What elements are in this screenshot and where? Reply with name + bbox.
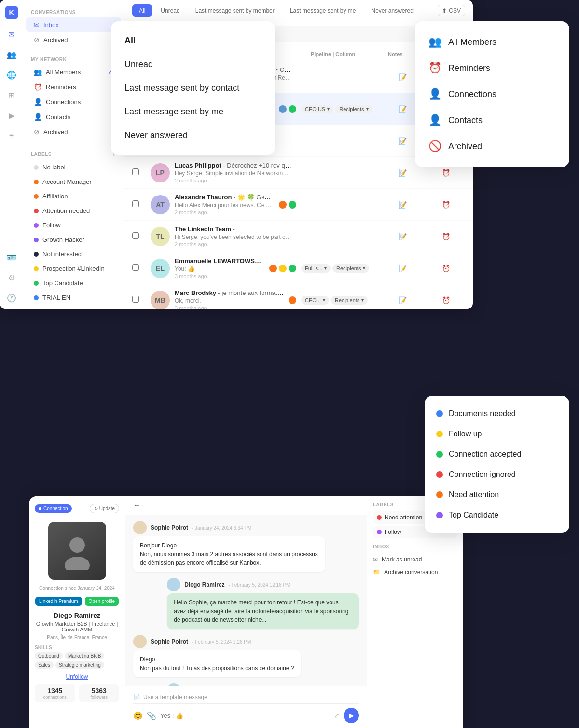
recipients-badge-1[interactable]: Recipients ▾ — [335, 105, 372, 113]
tab-never-answered[interactable]: Never answered — [365, 4, 420, 17]
sidebar-label-item-4[interactable]: Follow — [26, 218, 121, 232]
label-name-1: Account Manager — [42, 178, 92, 185]
tab-all[interactable]: All — [132, 4, 152, 17]
checkbox-3[interactable] — [132, 168, 139, 175]
filter-never[interactable]: Never answered — [111, 124, 275, 147]
nav-archived[interactable]: ⊘ Archived — [26, 32, 121, 47]
sidebar-label-item-7[interactable]: Prospection #LinkedIn — [26, 262, 121, 276]
row-check-3[interactable] — [132, 168, 146, 177]
recipients-badge-7[interactable]: Recipients ▾ — [331, 296, 368, 305]
sidebar-label-item-8[interactable]: Top Candidate — [26, 276, 121, 290]
nav-filter-icon[interactable]: ⚙ — [6, 272, 17, 283]
nav-inbox[interactable]: ✉ Inbox — [26, 17, 121, 32]
update-button[interactable]: ↻ Update — [90, 504, 119, 513]
lt-top-candidate[interactable]: Top Candidate — [425, 505, 569, 525]
sidebar-label-item-10[interactable]: TRIAL FR — [26, 305, 121, 309]
sidebar-label-item-0[interactable]: No label — [26, 160, 121, 174]
open-profile-button[interactable]: Open profile — [85, 597, 119, 606]
row-check-5[interactable] — [132, 232, 146, 241]
nav-all-members[interactable]: 👥 All Members ✓ — [26, 65, 121, 79]
network-contacts[interactable]: 👤 Contacts — [415, 107, 569, 133]
conv-info-7: Marc Brodsky - je monte aux formateurs c… — [175, 289, 284, 309]
checkbox-6[interactable] — [132, 264, 139, 271]
pipeline-badge-6[interactable]: Full-s... ▾ — [301, 264, 331, 273]
conv-notes-5[interactable]: 📝 — [383, 233, 422, 240]
conv-reminder-5[interactable]: ⏰ — [427, 233, 465, 240]
lt-documents-needed[interactable]: Documents needed — [425, 404, 569, 424]
lt-connection-accepted[interactable]: Connection accepted — [425, 444, 569, 464]
sidebar-label-item-2[interactable]: Affiliation — [26, 189, 121, 203]
conversation-item-4[interactable]: AT Alexandre Thauron - 🌟 🍀 Generate B2B … — [124, 189, 473, 221]
network-archived[interactable]: 🚫 Archived — [415, 133, 569, 159]
send-button[interactable]: ▶ — [344, 708, 359, 723]
conv-initials-3: LP — [156, 169, 165, 177]
filter-all[interactable]: All — [111, 29, 275, 53]
conv-reminder-6[interactable]: ⏰ — [427, 265, 465, 272]
nav-clock-icon[interactable]: 🕐 — [6, 293, 17, 303]
nav-network-icon[interactable]: 👥 — [6, 49, 17, 60]
row-check-7[interactable] — [132, 296, 146, 305]
top-tabs: All Unread Last message sent by member L… — [124, 0, 473, 21]
nav-contacts[interactable]: 👤 Contacts — [26, 110, 121, 124]
row-check-6[interactable] — [132, 264, 146, 273]
lt-connection-ignored[interactable]: Connection ignored — [425, 464, 569, 485]
row-check-4[interactable] — [132, 200, 146, 209]
nav-play-icon[interactable]: ▶ — [6, 110, 17, 121]
csv-button[interactable]: ⬆ CSV — [438, 5, 465, 16]
linkedin-premium-button[interactable]: LinkedIn Premium — [35, 597, 82, 606]
sidebar-label-item-5[interactable]: Growth Hacker — [26, 233, 121, 247]
lt-need-attention[interactable]: Need attention — [425, 485, 569, 505]
conv-notes-3[interactable]: 📝 — [383, 169, 422, 177]
nav-globe-icon[interactable]: 🌐 — [6, 70, 17, 80]
conv-notes-6[interactable]: 📝 — [383, 265, 422, 272]
conv-reminder-4[interactable]: ⏰ — [427, 201, 465, 209]
pipeline-badge-1[interactable]: CEO US ▾ — [301, 105, 333, 113]
archived-dropdown-icon: 🚫 — [428, 140, 441, 153]
tab-last-me[interactable]: Last message sent by me — [283, 4, 363, 17]
inbox-item-1[interactable]: 📁 Archive conversation — [373, 566, 457, 578]
nav-connections[interactable]: 👤 Connections — [26, 95, 121, 109]
nav-reminders[interactable]: ⏰ Reminders — [26, 80, 121, 94]
conversation-item-6[interactable]: EL Emmanuelle LEWARTOWSKI - Coaching 🔴 W… — [124, 252, 473, 284]
tab-unread[interactable]: Unread — [154, 4, 186, 17]
filter-unread[interactable]: Unread — [111, 53, 275, 76]
network-connections[interactable]: 👤 Connections — [415, 81, 569, 107]
nav-inbox-icon[interactable]: ✉ — [6, 29, 17, 40]
pipeline-badge-7[interactable]: CEO... ▾ — [301, 296, 329, 305]
attachment-icon[interactable]: 📎 — [147, 711, 156, 720]
sidebar-label-item-6[interactable]: Not interested — [26, 247, 121, 261]
chat-back-button[interactable]: ← — [133, 501, 141, 510]
inbox-item-0[interactable]: ✉ Mark as unread — [373, 553, 457, 566]
tab-last-member[interactable]: Last message sent by member — [189, 4, 281, 17]
nav-list-icon[interactable]: ≡ — [6, 130, 17, 141]
reminders-icon: ⏰ — [34, 83, 42, 91]
lt-follow-up[interactable]: Follow up — [425, 424, 569, 444]
checkbox-7[interactable] — [132, 296, 139, 303]
conversation-item-5[interactable]: TL The LinkedIn Team - Hi Serge, you've … — [124, 221, 473, 252]
chat-input[interactable] — [160, 712, 330, 719]
sidebar-label-item-1[interactable]: Account Manager — [26, 175, 121, 189]
filter-last-me[interactable]: Last message sent by me — [111, 100, 275, 124]
conv-notes-7[interactable]: 📝 — [383, 296, 422, 304]
msg-name-0: Sophie Poirot — [151, 524, 188, 531]
conversation-item-7[interactable]: MB Marc Brodsky - je monte aux formateur… — [124, 284, 473, 309]
nav-card-icon[interactable]: 🪪 — [6, 252, 17, 263]
expand-button[interactable]: ⤢ — [334, 712, 340, 719]
conv-reminder-3[interactable]: ⏰ — [427, 169, 465, 177]
network-all-members[interactable]: 👥 All Members — [415, 29, 569, 55]
nav-grid-icon[interactable]: ⊞ — [6, 90, 17, 100]
chat-template[interactable]: 📄 Use a template message — [133, 691, 359, 704]
sidebar-label-item-3[interactable]: Attention needed — [26, 204, 121, 218]
sidebar-label-item-9[interactable]: TRIAL EN — [26, 291, 121, 305]
checkbox-4[interactable] — [132, 200, 139, 207]
filter-last-contact[interactable]: Last message sent by contact — [111, 76, 275, 100]
network-reminders[interactable]: ⏰ Reminders — [415, 55, 569, 81]
conv-notes-4[interactable]: 📝 — [383, 201, 422, 209]
nav-archived-2[interactable]: ⊘ Archived — [26, 125, 121, 139]
conv-role-5: - — [231, 225, 235, 233]
unfollow-button[interactable]: Unfollow — [66, 673, 88, 680]
conv-reminder-7[interactable]: ⏰ — [427, 296, 465, 304]
emoji-icon[interactable]: 😊 — [133, 711, 143, 720]
recipients-badge-6[interactable]: Recipients ▾ — [332, 264, 369, 273]
checkbox-5[interactable] — [132, 232, 139, 239]
